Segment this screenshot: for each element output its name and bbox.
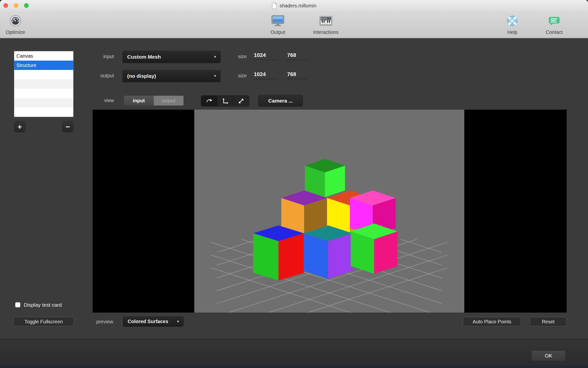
view-segment-output[interactable]: ouput: [154, 96, 184, 105]
input-width-field[interactable]: [253, 52, 277, 60]
list-item-canvas[interactable]: Canvas: [14, 51, 73, 61]
list-item-structure[interactable]: Structure: [14, 61, 73, 70]
interactions-label: Interactions: [313, 29, 338, 35]
view-segment-input[interactable]: input: [124, 96, 154, 105]
translate-icon: [221, 97, 229, 105]
input-height-field[interactable]: [286, 52, 307, 60]
output-display-value: (no display): [127, 73, 156, 79]
optimize-button[interactable]: Optimize: [0, 13, 35, 38]
view-label: view: [81, 98, 114, 103]
auto-place-points-button[interactable]: Auto Place Points: [463, 317, 521, 326]
list-item-empty[interactable]: [14, 98, 73, 107]
help-label: Help: [507, 29, 517, 35]
translate-tool-button[interactable]: [217, 96, 233, 106]
titlebar: shaders.millumin: [0, 0, 588, 11]
transform-tools: [201, 95, 249, 106]
add-layer-button[interactable]: +: [14, 121, 25, 132]
layer-list: Canvas Structure: [14, 51, 74, 117]
list-item-empty[interactable]: [14, 107, 73, 117]
chevron-down-icon: ▼: [213, 55, 217, 59]
chevron-down-icon: ▼: [213, 74, 217, 78]
camera-button[interactable]: Camera ...: [258, 95, 303, 106]
display-test-card-label: Display test card: [24, 302, 62, 308]
window-title: shaders.millumin: [280, 3, 316, 9]
optimize-gauge-icon: [9, 13, 22, 28]
rotate-icon: [206, 97, 213, 105]
contact-label: Contact: [546, 29, 563, 35]
toggle-fullscreen-button[interactable]: Toggle Fullscreen: [13, 317, 74, 326]
output-label: output: [81, 73, 114, 79]
help-button[interactable]: Help: [493, 13, 532, 38]
preview-label: preview: [81, 319, 113, 325]
scale-icon: [237, 97, 245, 105]
output-label: Output: [270, 29, 285, 35]
interactions-button[interactable]: Interactions: [306, 13, 345, 38]
output-display-dropdown[interactable]: (no display) ▼: [122, 70, 220, 82]
title-area: shaders.millumin: [0, 0, 588, 11]
preview-mode-dropdown[interactable]: Colored Surfaces ▼: [123, 316, 184, 327]
window-bottom-edge: [0, 366, 588, 368]
list-item-empty[interactable]: [14, 89, 73, 98]
optimize-label: Optimize: [6, 29, 25, 35]
scale-tool-button[interactable]: [233, 96, 249, 106]
contact-button[interactable]: Contact: [535, 13, 574, 38]
remove-layer-button[interactable]: −: [62, 121, 73, 132]
document-icon: [272, 2, 277, 9]
display-test-card-checkbox[interactable]: [15, 302, 20, 307]
list-item-empty[interactable]: [14, 79, 73, 89]
speech-bubble-icon: [548, 13, 560, 28]
toolbar: Optimize Output: [0, 11, 588, 38]
preview-3d-scene: [194, 110, 464, 313]
lifebuoy-icon: [507, 13, 518, 28]
list-item-empty[interactable]: [14, 70, 73, 79]
view-segmented-control: input ouput: [124, 95, 184, 106]
output-height-field[interactable]: [286, 71, 307, 79]
preview-viewport[interactable]: [194, 110, 464, 313]
colored-cubes: [253, 159, 397, 281]
footer-bar: [0, 339, 588, 368]
output-width-field[interactable]: [253, 71, 277, 79]
output-size-label: size: [228, 73, 247, 79]
app-window: shaders.millumin Optimize: [0, 0, 588, 368]
input-label: input: [81, 54, 114, 59]
rotate-tool-button[interactable]: [201, 96, 217, 106]
preview-panel: [93, 110, 567, 313]
chevron-down-icon: ▼: [176, 320, 180, 323]
reset-button[interactable]: Reset: [530, 317, 566, 326]
input-source-dropdown[interactable]: Custom Mesh ▼: [122, 51, 220, 63]
input-size-label: size: [228, 54, 247, 59]
ok-button[interactable]: OK: [531, 350, 566, 361]
monitor-icon: [271, 13, 284, 28]
keyboard-icon: [319, 13, 332, 28]
preview-mode-value: Colored Surfaces: [128, 319, 168, 324]
input-source-value: Custom Mesh: [127, 54, 161, 60]
output-button[interactable]: Output: [258, 13, 297, 38]
